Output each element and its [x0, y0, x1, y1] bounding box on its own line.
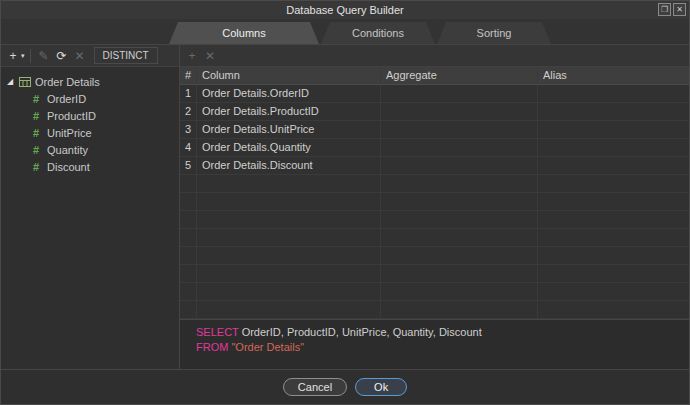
table-row[interactable]: 2 Order Details.ProductID — [180, 103, 689, 121]
close-icon[interactable]: ✕ — [673, 3, 686, 16]
empty-cell — [381, 175, 538, 192]
empty-cell — [180, 193, 197, 210]
empty-cell — [381, 193, 538, 210]
empty-cell — [197, 229, 381, 246]
column-cell[interactable]: Order Details.UnitPrice — [197, 121, 381, 138]
table-row-empty — [180, 175, 689, 193]
empty-cell — [538, 211, 689, 228]
tree-item-label: OrderID — [47, 93, 86, 105]
alias-cell[interactable] — [538, 157, 689, 174]
empty-cell — [381, 229, 538, 246]
add-table-dropdown-icon[interactable]: ▾ — [21, 52, 25, 60]
aggregate-cell[interactable] — [381, 85, 538, 102]
toolbar-separator — [30, 49, 31, 63]
empty-cell — [180, 175, 197, 192]
table-row-empty — [180, 247, 689, 265]
tree-item-label: Discount — [47, 161, 90, 173]
add-table-button[interactable]: + — [5, 47, 21, 65]
tree-item-label: UnitPrice — [47, 127, 92, 139]
empty-cell — [197, 211, 381, 228]
empty-cell — [180, 283, 197, 300]
tab-columns[interactable]: Columns — [169, 22, 319, 44]
tree-item-productid[interactable]: # ProductID — [5, 107, 179, 124]
empty-cell — [180, 247, 197, 264]
tab-sorting[interactable]: Sorting — [437, 22, 551, 44]
column-cell[interactable]: Order Details.ProductID — [197, 103, 381, 120]
window-controls: ❐ ✕ — [658, 3, 686, 16]
empty-cell — [197, 175, 381, 192]
column-cell[interactable]: Order Details.Discount — [197, 157, 381, 174]
empty-cell — [180, 265, 197, 282]
ok-button[interactable]: Ok — [355, 378, 407, 396]
empty-cell — [197, 265, 381, 282]
schema-toolbar: + ▾ ✎ ⟳ ✕ DISTINCT — [1, 45, 179, 67]
row-number-cell: 2 — [180, 103, 197, 120]
expander-icon[interactable]: ◢ — [5, 77, 15, 86]
column-cell[interactable]: Order Details.OrderID — [197, 85, 381, 102]
tree-item-label: Quantity — [47, 144, 88, 156]
sql-select-keyword: SELECT — [196, 326, 239, 338]
tree-item-quantity[interactable]: # Quantity — [5, 141, 179, 158]
tab-conditions[interactable]: Conditions — [321, 22, 435, 44]
columns-panel: + ✕ # Column Aggregate Alias 1 Order Det… — [180, 45, 689, 369]
alias-cell[interactable] — [538, 103, 689, 120]
numeric-field-icon: # — [33, 161, 42, 173]
alias-cell[interactable] — [538, 85, 689, 102]
table-row[interactable]: 4 Order Details.Quantity — [180, 139, 689, 157]
alias-cell[interactable] — [538, 121, 689, 138]
table-row[interactable]: 1 Order Details.OrderID — [180, 85, 689, 103]
tree-item-orderid[interactable]: # OrderID — [5, 90, 179, 107]
remove-column-icon[interactable]: ✕ — [202, 47, 218, 65]
add-column-button[interactable]: + — [184, 47, 200, 65]
header-aggregate: Aggregate — [381, 67, 538, 84]
aggregate-cell[interactable] — [381, 157, 538, 174]
sql-table-string: "Order Details" — [231, 341, 304, 353]
edit-icon[interactable]: ✎ — [36, 47, 52, 65]
header-number: # — [180, 67, 197, 84]
aggregate-cell[interactable] — [381, 139, 538, 156]
numeric-field-icon: # — [33, 144, 42, 156]
window-title: Database Query Builder — [286, 4, 403, 16]
sql-select-line: SELECT OrderID, ProductID, UnitPrice, Qu… — [196, 325, 689, 340]
empty-cell — [538, 283, 689, 300]
empty-cell — [180, 301, 197, 318]
row-number-cell: 4 — [180, 139, 197, 156]
database-query-builder-dialog: Database Query Builder ❐ ✕ Columns Condi… — [0, 0, 690, 405]
table-row[interactable]: 3 Order Details.UnitPrice — [180, 121, 689, 139]
empty-cell — [538, 193, 689, 210]
empty-cell — [538, 301, 689, 318]
alias-cell[interactable] — [538, 139, 689, 156]
empty-cell — [538, 229, 689, 246]
columns-toolbar: + ✕ — [180, 45, 689, 67]
empty-cell — [381, 265, 538, 282]
tree-root-label: Order Details — [35, 76, 100, 88]
tree-item-discount[interactable]: # Discount — [5, 158, 179, 175]
maximize-icon[interactable]: ❐ — [658, 3, 671, 16]
tree-item-unitprice[interactable]: # UnitPrice — [5, 124, 179, 141]
tree-node-order-details[interactable]: ◢ Order Details — [5, 73, 179, 90]
empty-cell — [538, 265, 689, 282]
header-column: Column — [197, 67, 381, 84]
distinct-toggle-button[interactable]: DISTINCT — [94, 47, 158, 64]
dialog-body: + ▾ ✎ ⟳ ✕ DISTINCT ◢ Order Detail — [1, 45, 689, 369]
table-row[interactable]: 5 Order Details.Discount — [180, 157, 689, 175]
cancel-button[interactable]: Cancel — [283, 378, 347, 396]
delete-icon[interactable]: ✕ — [72, 47, 88, 65]
aggregate-cell[interactable] — [381, 121, 538, 138]
table-row-empty — [180, 283, 689, 301]
numeric-field-icon: # — [33, 110, 42, 122]
table-row-empty — [180, 211, 689, 229]
column-cell[interactable]: Order Details.Quantity — [197, 139, 381, 156]
table-row-empty — [180, 193, 689, 211]
row-number-cell: 5 — [180, 157, 197, 174]
grid-header-row: # Column Aggregate Alias — [180, 67, 689, 85]
empty-cell — [538, 247, 689, 264]
sql-preview: SELECT OrderID, ProductID, UnitPrice, Qu… — [180, 319, 689, 369]
columns-grid: # Column Aggregate Alias 1 Order Details… — [180, 67, 689, 319]
refresh-icon[interactable]: ⟳ — [54, 47, 70, 65]
aggregate-cell[interactable] — [381, 103, 538, 120]
sql-from-keyword: FROM — [196, 341, 228, 353]
table-icon — [19, 77, 31, 87]
empty-cell — [180, 211, 197, 228]
empty-cell — [381, 301, 538, 318]
